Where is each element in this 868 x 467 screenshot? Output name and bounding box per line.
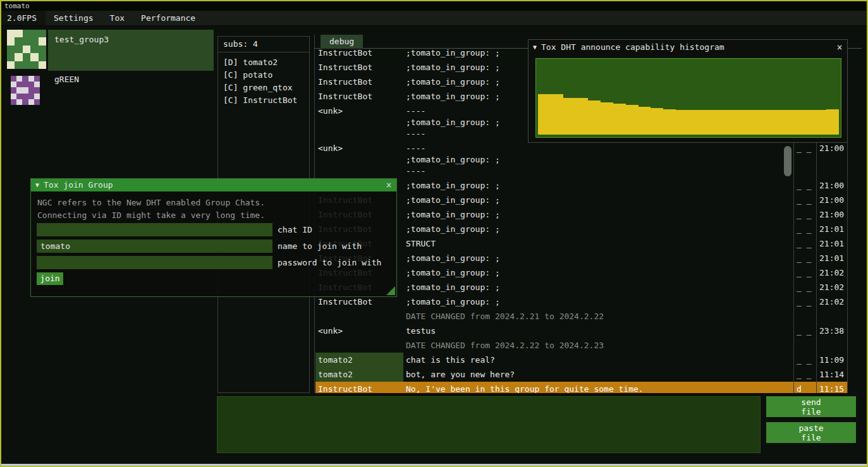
message-text: chat is this real? (403, 353, 793, 367)
message-text: ;tomato_in_group: ; (403, 207, 793, 222)
join-help-text: NGC refers to the New DHT enabled Group … (37, 197, 265, 222)
subs-count-header: subs: 4 (218, 37, 309, 52)
histogram-titlebar[interactable]: ▼ Tox DHT announce capability histogram … (529, 40, 847, 55)
message-author: tomato2 (315, 353, 403, 367)
histogram-bar (738, 110, 751, 135)
member-item[interactable]: [C] InstructBot (218, 94, 309, 107)
message-time: 21:02 (816, 265, 848, 280)
message-time: 21:00 (816, 193, 848, 207)
group-name: test_group3 (54, 35, 109, 44)
join-field-row: name to join with (37, 240, 362, 253)
histogram-bar (751, 110, 764, 135)
sidebar-group-gREEN[interactable]: gREEN (5, 75, 214, 117)
join-group-window: ▼ Tox join Group × NGC refers to the New… (30, 178, 397, 297)
message-text: ;tomato_in_group: ; (403, 265, 793, 280)
message-text: ;tomato_in_group: ; (403, 193, 793, 207)
message-author: <unk> (315, 141, 403, 178)
message-flags: d (793, 382, 816, 393)
message-text: ;tomato_in_group: ; (403, 178, 793, 193)
message-time: 21:02 (816, 294, 848, 309)
message-text: testus (403, 324, 793, 338)
message-time: 21:01 (816, 222, 848, 236)
menu-item-settings[interactable]: Settings (46, 11, 102, 25)
message-time: 11:09 (816, 353, 848, 367)
join-field-label: chat ID (272, 223, 312, 236)
message-flags: _ _ (793, 193, 816, 207)
chat-message-row[interactable]: <unk>---- ;tomato_in_group: ; ----_ _21:… (315, 141, 848, 178)
message-author: <unk> (315, 104, 403, 141)
send-file-button[interactable]: send file (766, 396, 856, 417)
message-flags: _ _ (793, 280, 816, 294)
join-button[interactable]: join (37, 272, 63, 285)
message-text: No, I've been in this group for quite so… (403, 382, 793, 393)
menu-item-tox[interactable]: Tox (102, 11, 133, 25)
histogram-bar (726, 110, 738, 135)
chat-message-row[interactable]: tomato2chat is this real?_ _11:09 (315, 353, 848, 367)
chat-id-input[interactable] (37, 223, 272, 236)
date-separator-row[interactable]: DATE CHANGED from 2024.2.21 to 2024.2.22 (315, 309, 848, 324)
app-window: tomato 2.0FPS SettingsToxPerformance tes… (0, 0, 868, 467)
message-author (315, 338, 403, 353)
message-time (816, 338, 848, 353)
message-flags (793, 338, 816, 353)
message-author (315, 309, 403, 324)
histogram-bar (613, 104, 626, 135)
histogram-bar (575, 98, 588, 135)
histogram-bar (601, 102, 613, 135)
window-border-bottom (1, 464, 867, 466)
menu-items: SettingsToxPerformance (46, 11, 204, 25)
message-input[interactable] (217, 396, 761, 453)
chat-message-row[interactable]: InstructBotNo, I've been in this group f… (315, 382, 848, 393)
menu-bar: 2.0FPS SettingsToxPerformance (1, 11, 867, 26)
resize-grip[interactable] (386, 286, 395, 295)
join-field-label: name to join with (272, 240, 362, 253)
date-separator-row[interactable]: DATE CHANGED from 2024.2.22 to 2024.2.23 (315, 338, 848, 353)
join-password-input[interactable] (37, 256, 272, 269)
close-icon[interactable]: × (832, 40, 847, 55)
chat-message-row[interactable]: tomato2bot, are you new here?_ _11:14 (315, 367, 848, 382)
message-flags: _ _ (793, 207, 816, 222)
histogram-bar (701, 110, 714, 135)
collapse-arrow-icon[interactable]: ▼ (31, 179, 44, 191)
join-group-titlebar[interactable]: ▼ Tox join Group × (31, 179, 396, 191)
member-item[interactable]: [D] tomato2 (218, 56, 309, 69)
histogram-bar (688, 110, 701, 135)
member-item[interactable]: [C] green_qtox (218, 82, 309, 94)
menu-item-performance[interactable]: Performance (133, 11, 204, 25)
message-flags: _ _ (793, 265, 816, 280)
chat-message-row[interactable]: <unk>testus_ _23:38 (315, 324, 848, 338)
send-file-label: send file (801, 397, 821, 416)
histogram-bar (551, 94, 563, 135)
member-item[interactable]: [C] potato (218, 69, 309, 82)
chat-scrollbar[interactable] (784, 146, 792, 176)
message-time: 21:00 (816, 207, 848, 222)
collapse-arrow-icon[interactable]: ▼ (529, 40, 541, 55)
paste-file-label: paste file (798, 423, 823, 442)
histogram-bar (676, 110, 688, 135)
message-text: ;tomato_in_group: ; (403, 222, 793, 236)
message-flags: _ _ (793, 353, 816, 367)
message-flags: _ _ (793, 178, 816, 193)
message-time: 11:15 (816, 382, 848, 393)
message-time (816, 309, 848, 324)
histogram-bar (789, 110, 802, 135)
message-author: InstructBot (315, 382, 403, 393)
join-field-row: chat ID (37, 223, 312, 236)
message-flags: _ _ (793, 222, 816, 236)
histogram-bar (626, 105, 639, 135)
message-flags: _ _ (793, 236, 816, 251)
histogram-bar (814, 110, 826, 135)
join-name-input[interactable] (37, 240, 272, 253)
histogram-bars (538, 61, 839, 135)
histogram-bar (663, 109, 676, 135)
message-text: STRUCT (403, 236, 793, 251)
close-icon[interactable]: × (381, 179, 396, 191)
sidebar-group-test_group3[interactable]: test_group3 (5, 30, 214, 72)
window-titlebar[interactable]: tomato (1, 1, 865, 11)
histogram-bar (764, 110, 776, 135)
join-help-line2: Connecting via ID might take a very long… (37, 209, 265, 222)
group-avatar (7, 30, 46, 69)
message-flags: _ _ (793, 294, 816, 309)
histogram-window: ▼ Tox DHT announce capability histogram … (528, 39, 848, 143)
paste-file-button[interactable]: paste file (766, 422, 856, 443)
